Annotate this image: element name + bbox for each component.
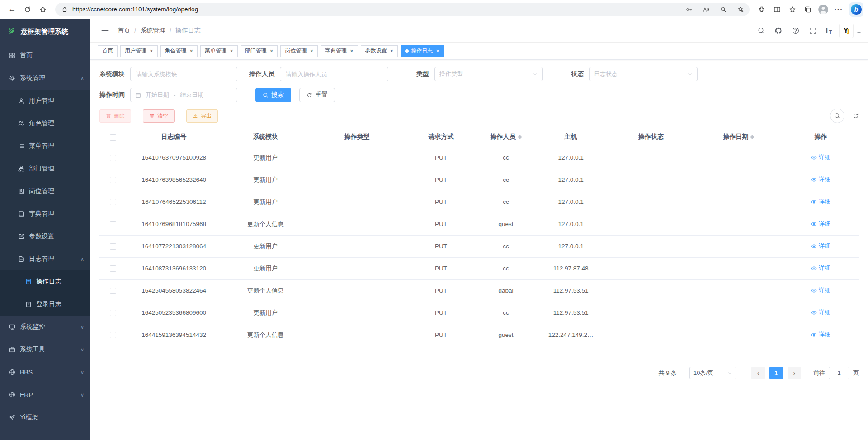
page-number-button[interactable]: 1 xyxy=(769,367,783,379)
sidebar-item-dept-mgmt[interactable]: 部门管理 xyxy=(0,157,90,180)
add-favorite-icon[interactable] xyxy=(734,3,747,16)
breadcrumb-section[interactable]: 系统管理 xyxy=(140,27,165,35)
date-range-input[interactable]: 开始日期 - 结束日期 xyxy=(130,88,237,102)
tab-menu-mgmt[interactable]: 菜单管理× xyxy=(200,45,238,57)
sidebar-item-menu-mgmt[interactable]: 菜单管理 xyxy=(0,135,90,157)
tab-close-icon[interactable]: × xyxy=(190,48,193,54)
browser-back-button[interactable]: ← xyxy=(5,2,20,17)
sidebar-item-post-mgmt[interactable]: 岗位管理 xyxy=(0,180,90,203)
bing-chat-button[interactable]: b xyxy=(849,2,863,17)
next-page-button[interactable]: › xyxy=(788,367,801,379)
export-button[interactable]: 导出 xyxy=(186,109,218,123)
breadcrumb-home[interactable]: 首页 xyxy=(118,27,130,35)
detail-link[interactable]: 详细 xyxy=(811,242,830,250)
sidebar-item-home[interactable]: 首页 xyxy=(0,44,90,67)
type-select[interactable]: 操作类型 xyxy=(434,67,543,81)
detail-link[interactable]: 详细 xyxy=(811,198,830,206)
prev-page-button[interactable]: ‹ xyxy=(751,367,765,379)
goto-page-input[interactable] xyxy=(829,367,849,379)
sidebar-item-system-tools[interactable]: 系统工具 ∨ xyxy=(0,338,90,361)
detail-link[interactable]: 详细 xyxy=(811,175,830,184)
detail-link[interactable]: 详细 xyxy=(811,308,830,317)
browser-refresh-button[interactable] xyxy=(20,2,35,17)
select-all-checkbox[interactable] xyxy=(110,134,116,141)
row-checkbox[interactable] xyxy=(110,265,116,272)
sidebar-item-param-settings[interactable]: 参数设置 xyxy=(0,225,90,248)
page-size-select[interactable]: 10条/页 xyxy=(689,367,736,379)
tab-close-icon[interactable]: × xyxy=(390,48,394,54)
detail-link[interactable]: 详细 xyxy=(811,286,830,294)
fullscreen-icon[interactable] xyxy=(806,24,820,38)
favorites-icon[interactable] xyxy=(785,2,800,17)
operator-input[interactable] xyxy=(280,67,388,81)
tab-home[interactable]: 首页 xyxy=(98,45,118,57)
tab-dict-mgmt[interactable]: 字典管理× xyxy=(321,45,358,57)
sidebar-item-role-mgmt[interactable]: 角色管理 xyxy=(0,112,90,135)
delete-button[interactable]: 删除 xyxy=(99,109,131,123)
tab-param-settings[interactable]: 参数设置× xyxy=(361,45,398,57)
url-text[interactable]: https://ccnetcore.com:1101/system/log/op… xyxy=(72,6,678,13)
browser-home-button[interactable] xyxy=(35,2,51,17)
reset-button[interactable]: 重置 xyxy=(299,88,335,102)
row-checkbox[interactable] xyxy=(110,243,116,250)
detail-link[interactable]: 详细 xyxy=(811,153,830,161)
sort-icons[interactable] xyxy=(518,133,522,141)
tab-close-icon[interactable]: × xyxy=(230,48,233,54)
browser-menu-icon[interactable]: ··· xyxy=(831,2,846,17)
col-date[interactable]: 操作日期 xyxy=(695,128,783,147)
app-logo[interactable]: 意框架管理系统 xyxy=(0,19,90,44)
split-screen-icon[interactable] xyxy=(769,2,785,17)
sidebar-item-system-mgmt[interactable]: 系统管理 ∧ xyxy=(0,67,90,90)
tab-close-icon[interactable]: × xyxy=(150,48,153,54)
font-size-icon[interactable]: TT xyxy=(823,27,834,35)
row-checkbox[interactable] xyxy=(110,199,116,205)
tab-post-mgmt[interactable]: 岗位管理× xyxy=(280,45,318,57)
search-button[interactable]: 搜索 xyxy=(255,88,291,102)
sidebar-item-dict-mgmt[interactable]: 字典管理 xyxy=(0,203,90,225)
tab-user-mgmt[interactable]: 用户管理× xyxy=(120,45,158,57)
sidebar-item-login-log[interactable]: 登录日志 xyxy=(0,293,90,316)
tab-close-icon[interactable]: × xyxy=(310,48,313,54)
extensions-icon[interactable] xyxy=(754,2,769,17)
toolbar-search-button[interactable] xyxy=(830,109,844,123)
collections-icon[interactable] xyxy=(800,2,816,17)
hamburger-icon[interactable] xyxy=(98,24,112,38)
avatar-caret-icon[interactable] xyxy=(857,32,861,36)
toolbar-refresh-button[interactable] xyxy=(853,113,859,119)
row-checkbox[interactable] xyxy=(110,177,116,183)
sidebar-item-bbs[interactable]: BBS ∨ xyxy=(0,361,90,383)
tab-operation-log[interactable]: 操作日志× xyxy=(401,45,444,57)
sidebar-item-operation-log[interactable]: 操作日志 xyxy=(0,270,90,293)
address-bar[interactable]: https://ccnetcore.com:1101/system/log/op… xyxy=(55,3,750,16)
tab-role-mgmt[interactable]: 角色管理× xyxy=(160,45,198,57)
sidebar-item-erp[interactable]: ERP ∨ xyxy=(0,383,90,406)
tab-dept-mgmt[interactable]: 部门管理× xyxy=(241,45,278,57)
header-search-icon[interactable] xyxy=(754,24,769,38)
sidebar-item-log-mgmt[interactable]: 日志管理 ∧ xyxy=(0,248,90,270)
status-select[interactable]: 日志状态 xyxy=(589,67,698,81)
col-operator[interactable]: 操作人员 xyxy=(477,128,535,147)
user-avatar-logo[interactable]: Yj xyxy=(839,24,854,38)
row-checkbox[interactable] xyxy=(110,155,116,161)
module-input[interactable] xyxy=(130,67,237,81)
password-key-icon[interactable] xyxy=(683,3,695,16)
tab-close-icon[interactable]: × xyxy=(350,48,354,54)
zoom-out-icon[interactable] xyxy=(717,3,730,16)
help-icon[interactable] xyxy=(788,24,803,38)
tab-close-icon[interactable]: × xyxy=(436,48,439,54)
profile-avatar[interactable] xyxy=(816,2,831,17)
detail-link[interactable]: 详细 xyxy=(811,331,830,339)
row-checkbox[interactable] xyxy=(110,221,116,227)
sidebar-item-user-mgmt[interactable]: 用户管理 xyxy=(0,90,90,112)
read-aloud-icon[interactable] xyxy=(700,3,712,16)
sidebar-item-system-monitor[interactable]: 系统监控 ∨ xyxy=(0,316,90,338)
row-checkbox[interactable] xyxy=(110,288,116,294)
clear-button[interactable]: 清空 xyxy=(143,109,175,123)
detail-link[interactable]: 详细 xyxy=(811,264,830,272)
row-checkbox[interactable] xyxy=(110,332,116,338)
sidebar-item-yi-framework[interactable]: Yi框架 xyxy=(0,406,90,429)
github-icon[interactable] xyxy=(771,24,786,38)
detail-link[interactable]: 详细 xyxy=(811,220,830,228)
sort-icons[interactable] xyxy=(750,133,754,141)
tab-close-icon[interactable]: × xyxy=(270,48,274,54)
